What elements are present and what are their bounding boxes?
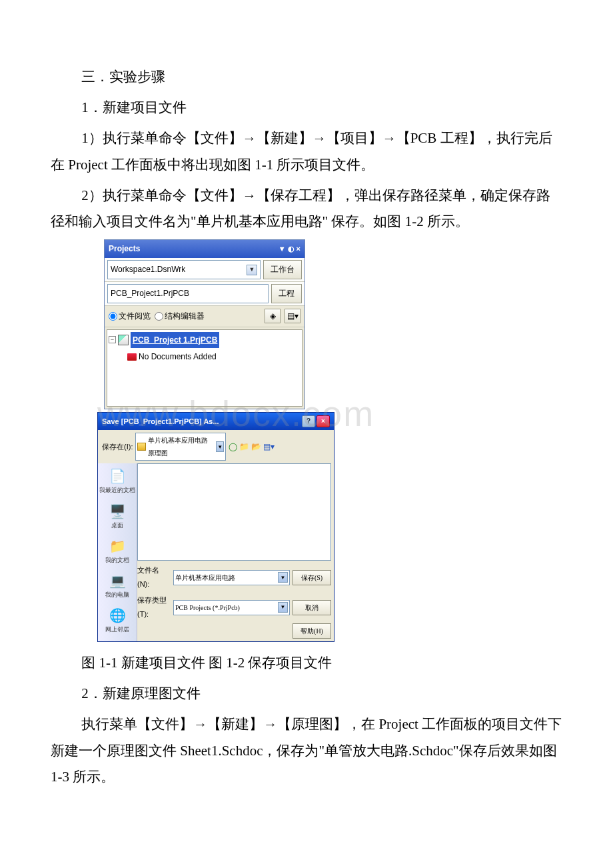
cancel-button[interactable]: 取消 bbox=[293, 600, 331, 615]
places-desktop[interactable]: 🖥️ 桌面 bbox=[98, 501, 137, 535]
places-mydocs[interactable]: 📁 我的文档 bbox=[98, 536, 137, 569]
chevron-down-icon[interactable]: ▼ bbox=[216, 441, 225, 452]
tree-empty-label: No Documents Added bbox=[139, 349, 217, 365]
recent-docs-icon: 📄 bbox=[107, 467, 127, 485]
filename-label: 文件名(N): bbox=[137, 563, 171, 591]
dialog-help-icon[interactable]: ? bbox=[302, 415, 315, 427]
places-computer-label: 我的电脑 bbox=[105, 589, 129, 601]
chevron-down-icon[interactable]: ▼ bbox=[278, 572, 288, 583]
workspace-combo[interactable]: Workspace1.DsnWrk ▼ bbox=[107, 260, 261, 279]
step2-para1: 执行菜单【文件】→【新建】→【原理图】，在 Project 工作面板的项目文件下… bbox=[51, 711, 562, 791]
tree-empty-row: No Documents Added bbox=[109, 349, 301, 365]
dialog-close-icon[interactable]: × bbox=[316, 415, 330, 427]
step2-title: 2．新建原理图文件 bbox=[51, 681, 562, 707]
step1-para1: 1）执行菜单命令【文件】→【新建】→【项目】→【PCB 工程】，执行完后在 Pr… bbox=[51, 125, 562, 179]
computer-icon: 💻 bbox=[107, 572, 127, 589]
filename-input[interactable]: 单片机基本应用电路 ▼ bbox=[173, 570, 290, 585]
section-heading: 三．实验步骤 bbox=[51, 64, 562, 91]
step1-para2: 2）执行菜单命令【文件】→【保存工程】，弹出保存路径菜单，确定保存路径和输入项目… bbox=[51, 183, 562, 236]
savein-combo[interactable]: 单片机基本应用电路原理图 ▼ bbox=[135, 433, 226, 461]
filetype-value: PCB Projects (*.PrjPcb) bbox=[175, 601, 240, 614]
project-name-field: PCB_Project1.PrjPCB bbox=[107, 284, 269, 303]
tree-collapse-icon[interactable]: − bbox=[109, 336, 116, 343]
mydocs-icon: 📁 bbox=[107, 537, 127, 555]
filename-value: 单片机基本应用电路 bbox=[175, 571, 235, 584]
network-icon: 🌐 bbox=[107, 607, 127, 624]
chevron-down-icon[interactable]: ▼ bbox=[247, 265, 257, 275]
up-icon[interactable]: 📁 bbox=[239, 439, 249, 455]
views-icon[interactable]: ▤▾ bbox=[263, 439, 275, 455]
radio-structure-label: 结构编辑器 bbox=[165, 311, 205, 321]
places-desktop-label: 桌面 bbox=[111, 520, 123, 531]
workspace-button[interactable]: 工作台 bbox=[263, 260, 302, 279]
refresh-icon[interactable]: ◈ bbox=[265, 309, 281, 323]
chevron-down-icon[interactable]: ▼ bbox=[278, 602, 288, 613]
places-network[interactable]: 🌐 网上邻居 bbox=[98, 605, 137, 639]
save-as-dialog: Save [PCB_Project1.PrjPCB] As... ? × 保存在… bbox=[97, 412, 334, 642]
projects-panel: Projects ▼ ◐ × Workspace1.DsnWrk ▼ 工作台 P… bbox=[104, 239, 305, 409]
help-button[interactable]: 帮助(H) bbox=[293, 623, 331, 639]
panel-dropdown-icon[interactable]: ▼ bbox=[279, 242, 286, 256]
dialog-title-text: Save [PCB_Project1.PrjPCB] As... bbox=[102, 415, 219, 429]
panel-close-icon[interactable]: × bbox=[297, 242, 301, 256]
radio-fileview[interactable]: 文件阅览 bbox=[109, 309, 151, 324]
workspace-value: Workspace1.DsnWrk bbox=[111, 262, 185, 277]
panel-pin-icon[interactable]: ◐ bbox=[288, 242, 295, 256]
folder-icon bbox=[127, 353, 137, 361]
panel-titlebar[interactable]: Projects ▼ ◐ × bbox=[105, 240, 305, 258]
save-button[interactable]: 保存(S) bbox=[293, 570, 331, 585]
tree-root-row[interactable]: − PCB_Project 1.PrjPCB bbox=[109, 331, 301, 349]
places-bar: 📄 我最近的文档 🖥️ 桌面 📁 我的文档 💻 我的电脑 bbox=[98, 463, 137, 641]
newfolder-icon[interactable]: 📂 bbox=[251, 439, 261, 455]
filetype-combo[interactable]: PCB Projects (*.PrjPcb) ▼ bbox=[173, 600, 290, 615]
savein-label: 保存在(I): bbox=[102, 440, 133, 454]
panel-title-text: Projects bbox=[109, 241, 140, 257]
places-mydocs-label: 我的文档 bbox=[105, 555, 129, 566]
filetype-label: 保存类型(T): bbox=[137, 593, 171, 621]
project-tree[interactable]: − PCB_Project 1.PrjPCB No Documents Adde… bbox=[107, 329, 303, 407]
folder-icon bbox=[137, 443, 146, 451]
radio-fileview-label: 文件阅览 bbox=[119, 311, 151, 321]
tree-root-label: PCB_Project 1.PrjPCB bbox=[131, 332, 219, 349]
step1-title: 1．新建项目文件 bbox=[51, 95, 562, 121]
back-icon[interactable]: ◯ bbox=[229, 439, 237, 455]
savein-value: 单片机基本应用电路原理图 bbox=[148, 434, 214, 459]
places-recent-label: 我最近的文档 bbox=[99, 485, 135, 496]
figure-1-1-2-caption: 图 1-1 新建项目文件 图 1-2 保存项目文件 bbox=[51, 650, 562, 677]
places-recent[interactable]: 📄 我最近的文档 bbox=[98, 466, 137, 499]
places-computer[interactable]: 💻 我的电脑 bbox=[98, 571, 137, 604]
file-list-area[interactable] bbox=[137, 463, 331, 561]
project-button[interactable]: 工程 bbox=[271, 284, 302, 303]
radio-structure[interactable]: 结构编辑器 bbox=[155, 309, 205, 324]
project-file-icon bbox=[118, 335, 129, 345]
desktop-icon: 🖥️ bbox=[107, 503, 127, 520]
places-network-label: 网上邻居 bbox=[105, 624, 129, 635]
options-icon[interactable]: ▤▾ bbox=[285, 309, 301, 323]
dialog-titlebar[interactable]: Save [PCB_Project1.PrjPCB] As... ? × bbox=[98, 413, 334, 431]
